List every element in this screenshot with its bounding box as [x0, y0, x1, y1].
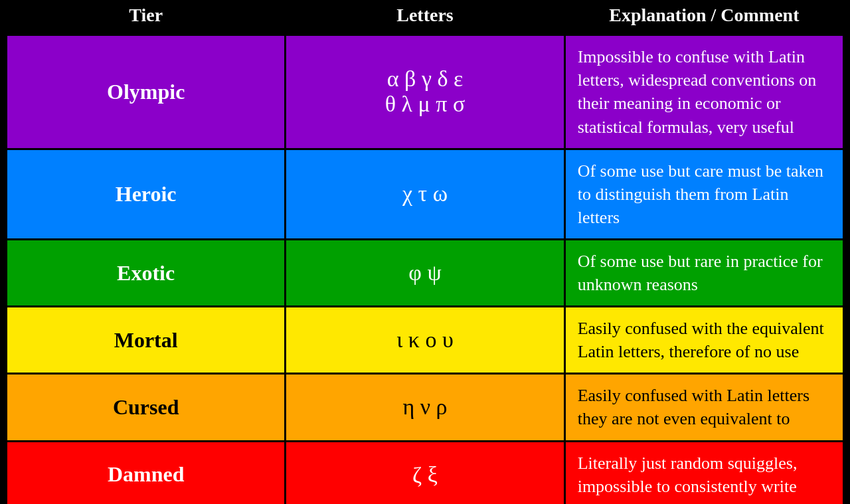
- header-tier: Tier: [7, 0, 286, 35]
- tier-label-olympic: Olympic: [7, 35, 286, 149]
- table-row-mortal: Mortalι κ ο υEasily confused with the eq…: [7, 307, 844, 374]
- explanation-damned: Literally just random squiggles, impossi…: [564, 441, 843, 504]
- tier-label-heroic: Heroic: [7, 149, 286, 239]
- explanation-olympic: Impossible to confuse with Latin letters…: [564, 35, 843, 149]
- header-explanation: Explanation / Comment: [564, 0, 843, 35]
- table-row-cursed: Cursedη ν ρEasily confused with Latin le…: [7, 374, 844, 441]
- letters-mortal: ι κ ο υ: [286, 307, 564, 374]
- explanation-cursed: Easily confused with Latin letters they …: [564, 374, 843, 441]
- letters-heroic: χ τ ω: [286, 149, 564, 239]
- tier-label-cursed: Cursed: [7, 374, 286, 441]
- table-row-exotic: Exoticφ ψOf some use but rare in practic…: [7, 239, 844, 306]
- tier-label-damned: Damned: [7, 441, 286, 504]
- explanation-exotic: Of some use but rare in practice for unk…: [564, 239, 843, 306]
- table-row-olympic: Olympicα β γ δ εθ λ μ π σImpossible to c…: [7, 35, 844, 149]
- table-row-heroic: Heroicχ τ ωOf some use but care must be …: [7, 149, 844, 239]
- explanation-heroic: Of some use but care must be taken to di…: [564, 149, 843, 239]
- letters-olympic: α β γ δ εθ λ μ π σ: [286, 35, 564, 149]
- letters-damned: ζ ξ: [286, 441, 564, 504]
- tier-label-exotic: Exotic: [7, 239, 286, 306]
- explanation-mortal: Easily confused with the equivalent Lati…: [564, 307, 843, 374]
- table-row-damned: Damnedζ ξLiterally just random squiggles…: [7, 441, 844, 504]
- letters-cursed: η ν ρ: [286, 374, 564, 441]
- tier-label-mortal: Mortal: [7, 307, 286, 374]
- tier-table: Tier Letters Explanation / Comment Olymp…: [3, 0, 847, 504]
- letters-exotic: φ ψ: [286, 239, 564, 306]
- table-header-row: Tier Letters Explanation / Comment: [7, 0, 844, 35]
- header-letters: Letters: [286, 0, 564, 35]
